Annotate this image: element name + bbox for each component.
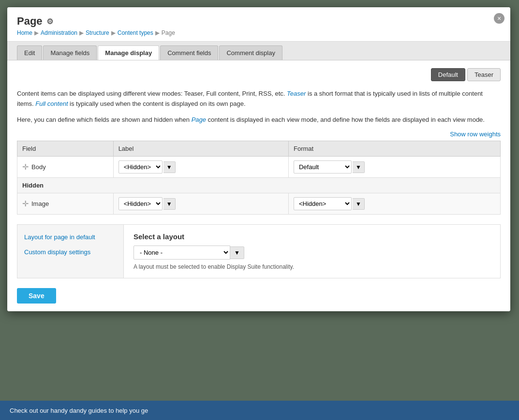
- field-image-cell: ✛ Image: [17, 193, 114, 215]
- layout-note: A layout must be selected to enable Disp…: [133, 263, 490, 270]
- layout-select-wrap: - None - ▼: [133, 246, 490, 260]
- format-body-select[interactable]: Default Trimmed Hidden: [294, 160, 352, 174]
- layout-select[interactable]: - None -: [133, 246, 230, 260]
- label-body-select[interactable]: <Hidden> Above Inline: [119, 160, 163, 174]
- sidebar-link-custom-display[interactable]: Custom display settings: [17, 245, 123, 260]
- modal-title: Page ⚙: [17, 15, 501, 28]
- page-title: Page: [17, 15, 43, 28]
- settings-section: Layout for page in default Custom displa…: [17, 224, 501, 278]
- tab-edit[interactable]: Edit: [17, 45, 42, 60]
- info-paragraph-1: Content items can be displayed using dif…: [17, 89, 501, 109]
- col-format: Format: [288, 141, 500, 157]
- table-section-hidden: Hidden: [17, 178, 501, 193]
- show-row-weights-link[interactable]: Show row weights: [450, 130, 501, 138]
- breadcrumb-home[interactable]: Home: [17, 29, 32, 36]
- tabs-bar: Edit Manage fields Manage display Commen…: [7, 42, 510, 60]
- breadcrumb-content-types[interactable]: Content types: [118, 29, 153, 36]
- tab-manage-display[interactable]: Manage display: [98, 45, 159, 60]
- view-mode-teaser[interactable]: Teaser: [467, 68, 501, 81]
- breadcrumb-administration[interactable]: Administration: [41, 29, 77, 36]
- tab-manage-fields[interactable]: Manage fields: [43, 45, 97, 60]
- info-paragraph-2: Here, you can define which fields are sh…: [17, 115, 501, 125]
- label-image-select[interactable]: <Hidden> Above Inline: [119, 197, 163, 210]
- modal-header: Page ⚙ × Home ▶ Administration ▶ Structu…: [7, 7, 510, 42]
- view-mode-buttons: Default Teaser: [17, 68, 501, 81]
- field-body-cell: ✛ Body: [17, 157, 114, 178]
- table-row: ✛ Image <Hidden> Above Inline ▼: [17, 193, 501, 215]
- label-body-wrap: <Hidden> Above Inline ▼: [119, 160, 283, 174]
- breadcrumb-structure[interactable]: Structure: [86, 29, 109, 36]
- breadcrumb-sep-2: ▶: [79, 29, 84, 36]
- drag-handle-image[interactable]: ✛: [22, 199, 29, 208]
- settings-icon[interactable]: ⚙: [46, 17, 53, 26]
- label-body-cell: <Hidden> Above Inline ▼: [113, 157, 288, 178]
- table-header-row: Field Label Format: [17, 141, 501, 157]
- format-body-split-btn[interactable]: ▼: [353, 161, 365, 173]
- drag-handle-body[interactable]: ✛: [22, 162, 29, 172]
- field-name-body: ✛ Body: [22, 162, 108, 172]
- tab-comment-fields[interactable]: Comment fields: [160, 45, 218, 60]
- breadcrumb-current: Page: [162, 29, 175, 36]
- format-body-wrap: Default Trimmed Hidden ▼: [294, 160, 495, 174]
- breadcrumb: Home ▶ Administration ▶ Structure ▶ Cont…: [17, 29, 501, 36]
- format-image-wrap: <Hidden> Default Hidden ▼: [294, 197, 495, 210]
- col-label: Label: [113, 141, 288, 157]
- modal-body: Default Teaser Content items can be disp…: [7, 60, 510, 311]
- settings-content: Select a layout - None - ▼ A layout must…: [124, 225, 500, 278]
- table-row: ✛ Body <Hidden> Above Inline ▼: [17, 157, 501, 178]
- format-image-split-btn[interactable]: ▼: [353, 198, 365, 210]
- sidebar-link-layout[interactable]: Layout for page in default: [17, 230, 123, 245]
- col-field: Field: [17, 141, 114, 157]
- bottom-bar-text: Check out our handy dandy guides to help…: [10, 407, 148, 414]
- hidden-section-label: Hidden: [17, 178, 501, 193]
- label-image-cell: <Hidden> Above Inline ▼: [113, 193, 288, 215]
- format-body-cell: Default Trimmed Hidden ▼: [288, 157, 500, 178]
- label-body-split-btn[interactable]: ▼: [163, 161, 176, 173]
- close-button[interactable]: ×: [494, 13, 504, 24]
- show-row-weights: Show row weights: [17, 130, 501, 138]
- tab-comment-display[interactable]: Comment display: [219, 45, 282, 60]
- settings-sidebar: Layout for page in default Custom displa…: [17, 225, 124, 278]
- modal-dialog: Page ⚙ × Home ▶ Administration ▶ Structu…: [7, 7, 510, 311]
- layout-select-dropdown-btn[interactable]: ▼: [230, 246, 244, 259]
- format-image-select[interactable]: <Hidden> Default Hidden: [294, 197, 352, 210]
- breadcrumb-sep-3: ▶: [111, 29, 116, 36]
- fields-table: Field Label Format ✛ Body: [17, 141, 501, 215]
- breadcrumb-sep-4: ▶: [155, 29, 160, 36]
- field-name-image: ✛ Image: [22, 199, 108, 208]
- select-layout-title: Select a layout: [133, 232, 490, 241]
- label-image-wrap: <Hidden> Above Inline ▼: [119, 197, 283, 210]
- save-button[interactable]: Save: [17, 288, 56, 304]
- view-mode-default[interactable]: Default: [431, 68, 465, 81]
- breadcrumb-sep-1: ▶: [34, 29, 39, 36]
- format-image-cell: <Hidden> Default Hidden ▼: [288, 193, 500, 215]
- bottom-bar: Check out our handy dandy guides to help…: [0, 401, 519, 420]
- label-image-split-btn[interactable]: ▼: [163, 198, 176, 210]
